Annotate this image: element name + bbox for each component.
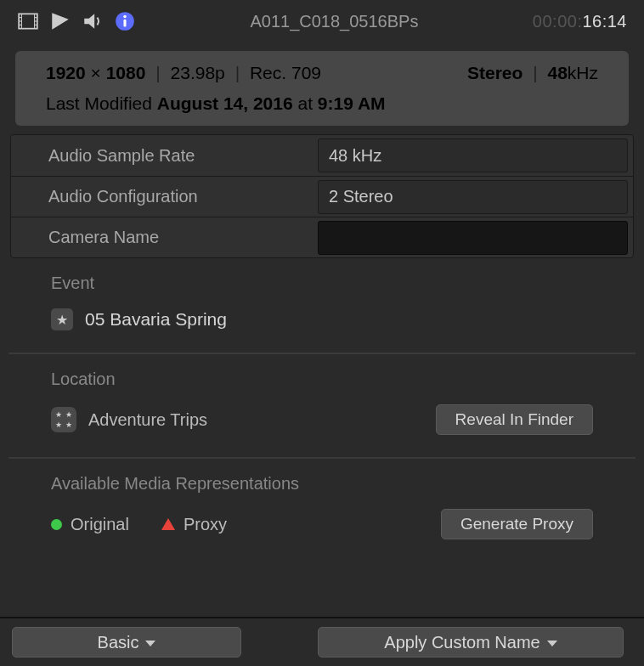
modified-at: at [293,93,318,113]
audio-sample-rate-label: Audio Sample Rate [11,146,313,166]
timecode-display: 00:00:16:14 [533,12,627,31]
audio-rate-value: 48 [547,63,567,82]
inspector-tab-icons [17,10,136,32]
modified-date: August 14, 2016 [157,93,293,113]
audio-sample-rate-field[interactable]: 48 kHz [318,138,628,172]
svg-marker-10 [84,14,94,28]
metadata-view-dropdown[interactable]: Basic [12,627,241,658]
event-star-icon: ★ [51,308,73,330]
video-tab-icon[interactable] [17,10,39,32]
event-section: Event ★ 05 Bavaria Spring [0,258,644,353]
audio-rate-unit: kHz [568,63,598,82]
svg-point-12 [123,15,126,18]
inspector-toolbar: A011_C018_0516BPs 00:00:16:14 [0,0,644,42]
original-label: Original [71,515,129,534]
frame-rate: 23.98p [171,63,225,82]
event-heading: Event [51,274,593,293]
location-section: Location ★★★★ Adventure Trips Reveal In … [0,354,644,457]
modified-prefix: Last Modified [46,93,157,113]
last-modified: Last Modified August 14, 2016 at 9:19 AM [46,93,598,114]
resolution-width: 1920 [46,63,86,82]
svg-marker-9 [52,13,69,30]
apply-custom-name-label: Apply Custom Name [384,633,539,652]
media-representations-section: Available Media Representations Original… [0,459,644,562]
metadata-view-label: Basic [98,633,139,652]
event-name: 05 Bavaria Spring [85,309,227,330]
camera-name-field[interactable] [318,221,628,255]
reveal-in-finder-button[interactable]: Reveal In Finder [436,404,593,435]
audio-configuration-label: Audio Configuration [11,187,313,206]
apply-custom-name-dropdown[interactable]: Apply Custom Name [318,627,624,658]
info-tab-icon[interactable] [114,10,136,32]
audio-channels: Stereo [467,63,523,82]
original-status-icon [51,519,62,530]
video-format-summary: 1920 × 1080 | 23.98p | Rec. 709 [46,63,321,83]
library-icon: ★★★★ [51,407,76,432]
chevron-down-icon [547,641,557,646]
audio-format-summary: Stereo | 48kHz [467,63,598,83]
audio-configuration-row: Audio Configuration 2 Stereo [11,176,633,217]
audio-configuration-field[interactable]: 2 Stereo [318,180,628,214]
generate-proxy-button[interactable]: Generate Proxy [441,509,593,539]
resolution-times: × [91,63,101,82]
proxy-status-icon [161,518,175,530]
timecode-inactive: 00:00: [533,12,583,31]
camera-name-label: Camera Name [11,228,313,247]
filmstrip-tab-icon[interactable] [49,10,71,32]
clip-summary: 1920 × 1080 | 23.98p | Rec. 709 Stereo |… [15,51,629,126]
audio-tab-icon[interactable] [82,10,104,32]
proxy-label: Proxy [184,515,227,534]
resolution-height: 1080 [106,63,146,82]
properties-table: Audio Sample Rate 48 kHz Audio Configura… [10,134,634,258]
inspector-footer: Basic Apply Custom Name [0,617,644,666]
modified-time: 9:19 AM [318,93,386,113]
clip-name: A011_C018_0516BPs [136,12,533,31]
timecode-active: 16:14 [582,12,627,31]
camera-name-row: Camera Name [11,217,633,257]
chevron-down-icon [145,641,155,646]
media-heading: Available Media Representations [51,474,593,494]
audio-sample-rate-row: Audio Sample Rate 48 kHz [11,135,633,176]
location-name: Adventure Trips [88,410,207,430]
svg-rect-13 [123,20,126,27]
location-heading: Location [51,370,593,389]
color-space: Rec. 709 [250,63,321,82]
